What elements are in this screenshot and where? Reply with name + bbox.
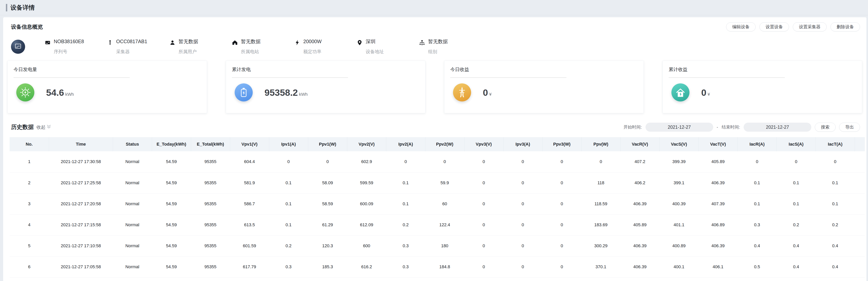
info-item-采集器: OCC0817AB1采集器 — [107, 38, 169, 55]
table-cell: 0 — [464, 172, 503, 193]
table-cell: 599.59 — [347, 172, 386, 193]
stat-title: 累计发电 — [232, 66, 419, 72]
table-cell: 0.1 — [269, 214, 308, 235]
table-cell: 0.1 — [386, 172, 425, 193]
info-label: 采集器 — [116, 49, 147, 55]
table-cell: Normal — [113, 151, 152, 172]
table-cell: 0 — [464, 214, 503, 235]
table-cell: 0 — [542, 214, 581, 235]
info-item-设备地址: 深圳设备地址 — [357, 38, 419, 55]
table-cell-extra — [855, 235, 865, 256]
table-cell: 586.7 — [230, 193, 269, 214]
table-cell: 122.4 — [425, 214, 464, 235]
export-button[interactable]: 导出 — [839, 123, 860, 132]
history-table: No.TimeStatusE_Today(kWh)E_Total(kWh)Vpv… — [10, 137, 865, 278]
table-cell: 0.4 — [777, 256, 816, 277]
table-cell: 0 — [308, 151, 347, 172]
house-energy-icon — [672, 84, 689, 101]
search-button[interactable]: 搜索 — [815, 123, 836, 132]
table-cell: 54.59 — [152, 256, 191, 277]
column-header-Status: Status — [113, 137, 152, 151]
table-cell: 300.29 — [581, 235, 620, 256]
info-label: 所属用户 — [179, 49, 198, 55]
stat-title: 累计收益 — [669, 66, 856, 72]
column-header-IacR(A): IacR(A) — [738, 137, 777, 151]
table-cell: 0 — [503, 235, 542, 256]
title-accent-bar — [6, 4, 7, 11]
table-cell: 183.69 — [581, 214, 620, 235]
table-cell: 5 — [10, 235, 49, 256]
table-cell: 0.1 — [269, 193, 308, 214]
table-cell: 0.1 — [738, 193, 777, 214]
set-device-button[interactable]: 设置设备 — [760, 22, 789, 31]
table-cell: 54.59 — [152, 151, 191, 172]
stat-value: 54.6 — [46, 87, 64, 98]
user-icon — [169, 40, 176, 45]
table-cell: 59.9 — [425, 172, 464, 193]
device-avatar — [11, 40, 25, 54]
set-collector-button[interactable]: 设置采集器 — [793, 22, 827, 31]
power-icon — [294, 40, 300, 45]
table-cell: 0.1 — [738, 172, 777, 193]
table-cell: Normal — [113, 214, 152, 235]
device-action-buttons: 编辑设备设置设备设置采集器删除设备 — [726, 22, 860, 31]
info-value: NOB38160E8 — [54, 38, 84, 44]
stat-title: 今日发电量 — [13, 66, 201, 72]
stat-card-累计发电: 累计发电95358.2kWh — [226, 61, 425, 113]
start-date-input[interactable]: 2021-12-27 — [646, 123, 713, 132]
stat-card-今日发电量: 今日发电量54.6kWh — [7, 61, 207, 113]
column-header-Ipv2(A): Ipv2(A) — [386, 137, 425, 151]
overview-section-title: 设备信息概览 — [11, 23, 43, 30]
table-cell: 612.09 — [347, 214, 386, 235]
page-title: 设备详情 — [10, 3, 35, 12]
info-label: 所属电站 — [241, 49, 260, 55]
end-date-input[interactable]: 2021-12-27 — [744, 123, 811, 132]
table-cell: 399.39 — [659, 151, 699, 172]
table-cell: 61.29 — [308, 214, 347, 235]
table-cell: 180 — [425, 235, 464, 256]
table-cell: 407.2 — [620, 151, 659, 172]
table-cell: 0.4 — [738, 235, 777, 256]
stat-divider — [450, 77, 566, 78]
history-table-wrap: No.TimeStatusE_Today(kWh)E_Total(kWh)Vpv… — [10, 137, 865, 278]
end-time-label: 结束时间: — [722, 124, 740, 130]
stat-value: 95358.2 — [265, 87, 298, 98]
table-cell: 600.09 — [347, 193, 386, 214]
table-cell: 616.2 — [347, 256, 386, 277]
table-cell: 406.39 — [620, 193, 659, 214]
table-cell: 406.1 — [699, 256, 738, 277]
column-header-Time: Time — [49, 137, 113, 151]
table-row: 62021-12-27 17:05:58Normal54.5995355617.… — [10, 256, 865, 277]
table-cell: Normal — [113, 193, 152, 214]
table-cell: 604.4 — [230, 151, 269, 172]
column-header-extra — [855, 137, 865, 151]
info-value: OCC0817AB1 — [116, 38, 147, 44]
table-cell: 0 — [542, 172, 581, 193]
page-header: 设备详情 — [0, 0, 868, 15]
table-cell: 406.39 — [620, 256, 659, 277]
table-cell: 0 — [425, 151, 464, 172]
table-cell-extra — [855, 256, 865, 277]
info-value: 深圳 — [366, 38, 384, 44]
info-value: 暂无数据 — [179, 38, 198, 44]
table-cell: 600 — [347, 235, 386, 256]
column-header-Vpv1(V): Vpv1(V) — [230, 137, 269, 151]
column-header-Ipv1(A): Ipv1(A) — [269, 137, 308, 151]
table-cell: 2021-12-27 17:10:58 — [49, 235, 113, 256]
info-item-所属电站: 暂无数据所属电站 — [232, 38, 294, 55]
table-cell: 54.59 — [152, 235, 191, 256]
device-info-row: NOB38160E8序列号OCC0817AB1采集器暂无数据所属用户暂无数据所属… — [3, 38, 866, 55]
table-cell: Normal — [113, 235, 152, 256]
history-controls: 开始时间: 2021-12-27 - 结束时间: 2021-12-27 搜索 导… — [623, 123, 860, 132]
table-row: 12021-12-27 17:30:58Normal54.5995355604.… — [10, 151, 865, 172]
stat-value: 0 — [483, 87, 488, 98]
table-cell: 60 — [425, 193, 464, 214]
collapse-toggle[interactable]: 收起 — [36, 124, 51, 130]
delete-device-button[interactable]: 删除设备 — [831, 22, 860, 31]
table-cell: 0.2 — [816, 214, 855, 235]
table-cell: 0 — [464, 256, 503, 277]
table-cell: 95355 — [191, 172, 230, 193]
table-cell: 407.39 — [699, 193, 738, 214]
edit-device-button[interactable]: 编辑设备 — [726, 22, 755, 31]
table-cell: 6 — [10, 256, 49, 277]
